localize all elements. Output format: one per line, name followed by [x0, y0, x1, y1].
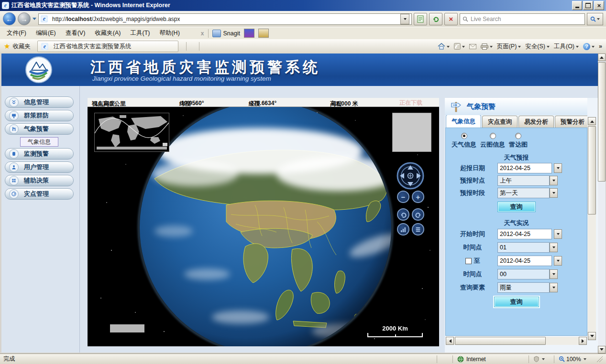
favorites-label[interactable]: 收藏夹 [12, 43, 31, 51]
tab-hazard-query[interactable]: 灾点查询 [482, 116, 518, 128]
radio-icon[interactable] [490, 133, 496, 139]
search-input[interactable]: Live Search [460, 13, 585, 25]
safety-menu[interactable]: 安全(S) [525, 43, 550, 51]
address-input[interactable]: e http://localhost/Jxdzwebgis_mapgis/gri… [38, 13, 412, 25]
minimize-button[interactable] [572, 1, 582, 10]
mail-button[interactable] [469, 44, 476, 49]
toolbar-close-icon[interactable] [201, 30, 204, 37]
menu-tools[interactable]: 工具(T) [125, 27, 154, 39]
zoom-out-button[interactable] [397, 191, 409, 203]
snagit-label[interactable]: Snagit [223, 30, 240, 37]
overview-world-map[interactable] [94, 113, 169, 152]
page-menu[interactable]: 页面(P) [497, 43, 521, 51]
radio-icon[interactable] [515, 133, 521, 139]
scroll-thumb[interactable] [588, 126, 596, 214]
maximize-button[interactable] [583, 1, 593, 10]
back-button[interactable] [3, 12, 16, 25]
home-button[interactable] [438, 43, 450, 50]
zone-label: Internet [466, 356, 486, 363]
radio-radar-image[interactable]: 雷达图 [509, 133, 528, 149]
scroll-thumb[interactable] [598, 62, 606, 182]
print-button[interactable] [481, 43, 493, 50]
scroll-left-button[interactable] [446, 337, 454, 345]
rotate-cw-button[interactable] [397, 208, 409, 221]
to-date-checkbox[interactable] [465, 258, 472, 264]
feeds-button[interactable] [454, 43, 465, 50]
radio-selected-icon[interactable] [461, 133, 467, 139]
menu-help[interactable]: 帮助(H) [154, 27, 184, 39]
zoom-in-button[interactable] [412, 191, 424, 203]
panel-vertical-scrollbar[interactable] [588, 117, 596, 340]
sidebar-subitem-weather-info[interactable]: 气象信息 [20, 137, 58, 147]
menu-edit[interactable]: 编辑(E) [31, 27, 61, 39]
query-element-select[interactable]: 雨量 [497, 282, 558, 293]
sidebar-item-user-management[interactable]: 用户管理 [5, 161, 74, 173]
url-path: /Jxdzwebgis_mapgis/gridweb.aspx [92, 16, 180, 22]
dropdown-arrow-icon[interactable] [554, 256, 562, 266]
globe-viewport[interactable]: 2000 Km [88, 107, 439, 346]
stop-button[interactable] [444, 13, 458, 25]
pan-control[interactable] [396, 161, 425, 190]
favorites-star-icon[interactable] [4, 42, 10, 51]
zoom-control[interactable]: 100% [554, 355, 596, 363]
scroll-right-button[interactable] [579, 337, 587, 345]
search-go-button[interactable] [587, 13, 603, 25]
scroll-up-button[interactable] [588, 117, 596, 125]
tab-weather-info[interactable]: 气象信息 [446, 115, 481, 128]
page-tab[interactable]: e 江西省地质灾害监测预警系统 [37, 41, 178, 52]
dropdown-arrow-icon[interactable] [554, 163, 562, 173]
actual-end-date-select[interactable]: 2012-04-25 [497, 256, 562, 266]
sidebar-item-weather-warning[interactable]: 气象预警 [5, 123, 74, 135]
sidebar-item-decision-support[interactable]: 辅助决策 [5, 175, 74, 186]
scroll-thumb[interactable] [455, 337, 546, 345]
refresh-button[interactable] [429, 13, 442, 25]
address-dropdown-button[interactable] [400, 14, 409, 24]
scroll-down-button[interactable] [598, 346, 606, 353]
go-button[interactable] [414, 13, 427, 25]
tilt-button[interactable] [397, 223, 409, 236]
radio-weather-info[interactable]: 天气信息 [452, 133, 476, 149]
close-button[interactable] [594, 1, 604, 10]
layers-button[interactable] [412, 223, 424, 236]
dropdown-arrow-icon[interactable] [550, 188, 558, 198]
sidebar-item-mass-prevention[interactable]: 群策群防 [5, 110, 74, 121]
radio-cloud-image[interactable]: 云图信息 [480, 133, 505, 149]
forecast-date-select[interactable]: 2012-04-25 [497, 163, 562, 173]
menu-file[interactable]: 文件(F) [2, 27, 31, 39]
tab-warning-analysis[interactable]: 预警分析 [555, 116, 587, 128]
rotate-ccw-button[interactable] [412, 208, 424, 221]
map-info-bar: 视点高度 16,130 公里 纬度 19.9560° 经度 175.6634° … [88, 98, 439, 107]
dropdown-arrow-icon[interactable] [550, 283, 558, 292]
resize-grip[interactable] [596, 356, 603, 362]
history-dropdown-icon[interactable] [33, 18, 36, 22]
actual-hour2-select[interactable]: 00 [497, 269, 558, 279]
menu-favorites[interactable]: 收藏夹(A) [90, 27, 125, 39]
menu-view[interactable]: 查看(V) [61, 27, 90, 39]
sidebar-item-hazard-management[interactable]: 灾点管理 [5, 188, 74, 200]
protected-mode-cell[interactable] [529, 355, 554, 363]
dropdown-arrow-icon[interactable] [550, 176, 558, 185]
forward-button[interactable] [18, 12, 31, 25]
sidebar-item-info-management[interactable]: 信息管理 [5, 96, 74, 108]
forecast-period-select[interactable]: 第一天 [497, 188, 558, 198]
sidebar-item-monitor-warning[interactable]: 监测预警 [5, 148, 74, 160]
overflow-chevron-icon[interactable] [599, 43, 602, 50]
panel-horizontal-scrollbar[interactable] [446, 337, 587, 345]
help-menu[interactable] [583, 43, 595, 50]
dropdown-arrow-icon[interactable] [550, 243, 558, 252]
actual-query-button[interactable]: 查询 [494, 297, 539, 307]
tools-menu[interactable]: 工具(O) [554, 43, 579, 51]
snagit-capture-button[interactable] [244, 29, 254, 38]
actual-start-date-select[interactable]: 2012-04-25 [497, 229, 562, 239]
tab-susceptibility-analysis[interactable]: 易发分析 [518, 116, 554, 128]
forecast-section-title: 天气预报 [446, 153, 587, 162]
scroll-up-button[interactable] [598, 54, 606, 61]
forecast-query-button[interactable]: 查询 [497, 202, 536, 212]
forecast-time-select[interactable]: 上午 [497, 175, 558, 186]
scroll-down-button[interactable] [588, 332, 596, 340]
dropdown-arrow-icon[interactable] [550, 269, 558, 279]
page-vertical-scrollbar[interactable] [598, 54, 606, 353]
dropdown-arrow-icon[interactable] [554, 229, 562, 239]
snagit-profile-button[interactable] [258, 29, 269, 38]
actual-hour-select[interactable]: 01 [497, 242, 558, 253]
